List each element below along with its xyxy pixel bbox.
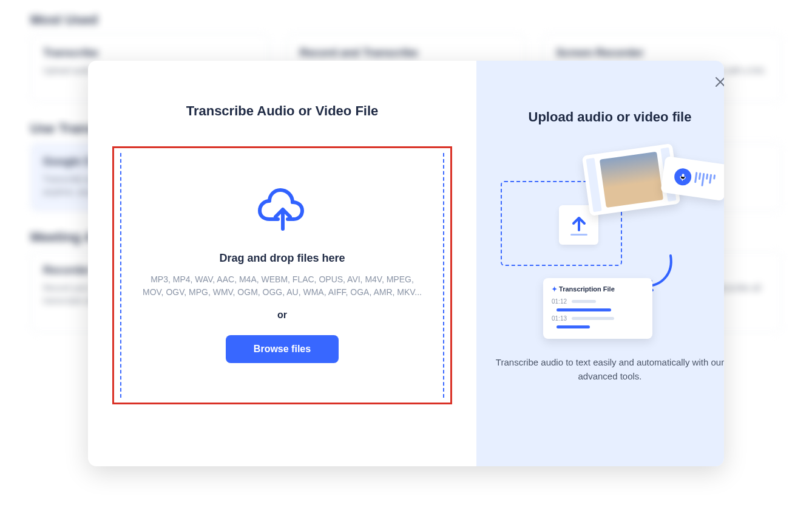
file-dropzone[interactable]: Drag and drop files here MP3, MP4, WAV, … xyxy=(120,153,444,398)
or-separator: or xyxy=(277,310,287,321)
upload-illustration: ✦ Transcription File 01:12 01:13 xyxy=(495,149,724,344)
close-icon xyxy=(715,76,724,89)
transcription-card-icon: ✦ Transcription File 01:12 01:13 xyxy=(543,278,652,339)
supported-formats: MP3, MP4, WAV, AAC, M4A, WEBM, FLAC, OPU… xyxy=(143,273,422,299)
right-panel-title: Upload audio or video file xyxy=(529,109,692,125)
dropzone-title: Drag and drop files here xyxy=(219,252,345,265)
microphone-icon xyxy=(673,167,692,186)
close-button[interactable] xyxy=(712,74,724,91)
modal-right-panel: Upload audio or video file xyxy=(476,61,724,466)
browse-files-button[interactable]: Browse files xyxy=(226,335,339,363)
right-panel-description: Transcribe audio to text easily and auto… xyxy=(495,356,724,383)
cloud-upload-icon xyxy=(257,188,307,234)
upload-modal: Transcribe Audio or Video File Drag and … xyxy=(88,61,724,466)
modal-left-panel: Transcribe Audio or Video File Drag and … xyxy=(88,61,476,466)
dropzone-highlight-frame: Drag and drop files here MP3, MP4, WAV, … xyxy=(112,146,452,404)
modal-title: Transcribe Audio or Video File xyxy=(186,103,379,119)
section-most-used-title: Most Used xyxy=(30,12,782,28)
